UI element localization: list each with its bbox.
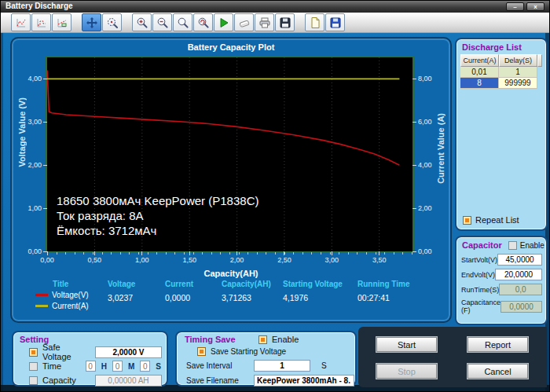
capacitance-row: Capacitance (F) 0,0000 bbox=[456, 298, 546, 315]
minimize-button[interactable]: – bbox=[506, 2, 524, 11]
close-button[interactable]: x bbox=[526, 2, 544, 11]
zoom-out-icon bbox=[156, 16, 169, 29]
capacity-value: 3,71263 bbox=[222, 288, 283, 302]
legend-plot-button[interactable] bbox=[52, 13, 72, 31]
new-file-icon bbox=[309, 16, 321, 29]
current-value: 0,0000 bbox=[165, 288, 222, 302]
startvolt-row: StartVolt(V) 45,0000 bbox=[456, 253, 546, 266]
stats-header: Running Time bbox=[358, 280, 432, 288]
zoom-reset-icon bbox=[197, 16, 210, 29]
capacitor-enable-label: Enable bbox=[520, 241, 544, 250]
discharge-table-header: Current(A) Delay(S) bbox=[460, 54, 542, 67]
stats-col-voltage: Voltage 3,0237 bbox=[108, 280, 165, 310]
axis-tick-mark bbox=[43, 165, 47, 166]
voltage-legend-swatch bbox=[35, 294, 48, 296]
discharge-table: Current(A) Delay(S) 0,01 1 8 999999 bbox=[460, 54, 542, 89]
time-minutes-field[interactable]: 0 bbox=[112, 361, 123, 372]
repeat-list-option[interactable]: Repeat List bbox=[463, 215, 519, 225]
pan-fit-button[interactable] bbox=[82, 13, 101, 31]
axis-tick-label: 4,00 bbox=[418, 161, 432, 169]
capacity-label: Capacity bbox=[42, 376, 90, 385]
play-icon bbox=[218, 16, 230, 29]
time-hours-field[interactable]: 0 bbox=[86, 361, 96, 372]
axis-tick-label: 3,00 bbox=[325, 256, 339, 264]
cancel-button[interactable]: Cancel bbox=[468, 364, 528, 379]
axis-tick-mark bbox=[189, 251, 190, 255]
table-row[interactable]: 0,01 1 bbox=[460, 67, 542, 78]
endvolt-field[interactable]: 20,0000 bbox=[495, 269, 542, 280]
axis-tick-label: 0,00 bbox=[40, 256, 54, 264]
column-header-current[interactable]: Current(A) bbox=[460, 54, 499, 67]
axis-tick-label: 0,00 bbox=[28, 247, 42, 255]
axis-tick-label: 4,00 bbox=[28, 75, 42, 82]
axis-tick-label: 3,50 bbox=[372, 256, 387, 264]
table-row-selected[interactable]: 8 999999 bbox=[460, 78, 542, 89]
stats-header: Capacity(AH) bbox=[222, 280, 283, 288]
safe-voltage-checkbox[interactable] bbox=[29, 348, 38, 357]
cell-current[interactable]: 0,01 bbox=[460, 67, 499, 78]
stats-header: Starting Voltage bbox=[283, 280, 358, 288]
capacitor-header: Capacitor Enable bbox=[456, 237, 546, 251]
repeat-list-checkbox[interactable] bbox=[463, 216, 471, 225]
capacity-checkbox[interactable] bbox=[29, 376, 38, 385]
zoom-track-button[interactable] bbox=[102, 13, 122, 31]
pan-arrows-icon bbox=[86, 16, 98, 29]
time-checkbox[interactable] bbox=[29, 362, 38, 371]
timing-save-enable-label: Enable bbox=[272, 335, 299, 344]
runtime-field: 0,0 bbox=[499, 284, 542, 295]
zoom-out-button[interactable] bbox=[152, 13, 172, 31]
print-button[interactable] bbox=[255, 13, 274, 31]
column-header-filler bbox=[537, 54, 542, 67]
safe-voltage-field[interactable]: 2,0000 V bbox=[95, 346, 162, 358]
erase-button[interactable] bbox=[234, 13, 254, 31]
setting-panel: Setting Safe Voltage 2,0000 V Time 0 H 0… bbox=[12, 331, 168, 387]
axis-tick-mark bbox=[43, 208, 47, 209]
save-starting-voltage-checkbox[interactable] bbox=[197, 347, 206, 356]
save-filename-field[interactable]: KeepPower 3800mAh - 8. bbox=[254, 375, 354, 387]
legend-plot-icon bbox=[56, 16, 68, 29]
timing-save-enable-checkbox[interactable] bbox=[258, 335, 267, 344]
report-button[interactable]: Report bbox=[468, 337, 528, 352]
save-interval-field[interactable]: 1 bbox=[254, 360, 310, 372]
title-bar: Battery Discharge – x bbox=[1, 1, 549, 13]
left-axis-title: Voltage Value (V) bbox=[17, 97, 27, 167]
stats-col-running-time: Running Time 00:27:41 bbox=[358, 280, 432, 310]
column-header-delay[interactable]: Delay(S) bbox=[499, 54, 537, 67]
runtime-label: RunTime(S) bbox=[461, 286, 499, 294]
cell-current[interactable]: 8 bbox=[460, 78, 499, 89]
zoom-window-button[interactable] bbox=[173, 13, 192, 31]
zoom-track-icon bbox=[106, 16, 119, 29]
axis-tick-mark bbox=[412, 208, 416, 209]
zoom-in-button[interactable] bbox=[132, 13, 152, 31]
new-file-button[interactable] bbox=[305, 13, 324, 31]
plot-area: 18650 3800мАч KeepPower (P1838C) Ток раз… bbox=[46, 56, 414, 253]
run-button[interactable] bbox=[214, 13, 233, 31]
legend-item-current: Current(A) bbox=[35, 302, 108, 310]
zoom-window-icon bbox=[177, 16, 189, 29]
annotation-line-3: Ёмкость: 3712мАч bbox=[57, 223, 258, 238]
stats-header: Title bbox=[35, 280, 108, 288]
capacitor-enable-checkbox[interactable] bbox=[508, 241, 517, 250]
step-plot-button[interactable] bbox=[31, 13, 51, 31]
cell-delay[interactable]: 999999 bbox=[499, 78, 537, 89]
annotation-line-1: 18650 3800мАч KeepPower (P1838C) bbox=[57, 193, 258, 208]
start-button[interactable]: Start bbox=[376, 337, 437, 352]
stop-button: Stop bbox=[376, 364, 437, 379]
axis-tick-mark bbox=[284, 251, 284, 255]
axis-tick-mark bbox=[94, 251, 95, 255]
chart-panel: Battery Capacity Plot Voltage Value (V) … bbox=[10, 37, 452, 323]
axis-tick-label: 2,00 bbox=[230, 256, 244, 264]
zoom-reset-button[interactable] bbox=[193, 13, 213, 31]
save-button[interactable] bbox=[275, 13, 295, 31]
safe-voltage-label: Safe Voltage bbox=[42, 343, 90, 361]
axis-tick-label: 8,00 bbox=[418, 75, 432, 82]
save-data-button[interactable] bbox=[325, 13, 345, 31]
axis-tick-mark bbox=[236, 251, 237, 255]
axis-tick-label: 3,00 bbox=[28, 118, 42, 126]
capacitor-panel: Capacitor Enable StartVolt(V) 45,0000 En… bbox=[455, 236, 548, 325]
curve-plot-button[interactable] bbox=[11, 13, 31, 31]
cell-delay[interactable]: 1 bbox=[499, 67, 537, 78]
axis-tick-label: 0,00 bbox=[418, 247, 432, 255]
time-seconds-field[interactable]: 0 bbox=[140, 361, 150, 372]
startvolt-field[interactable]: 45,0000 bbox=[497, 254, 542, 266]
